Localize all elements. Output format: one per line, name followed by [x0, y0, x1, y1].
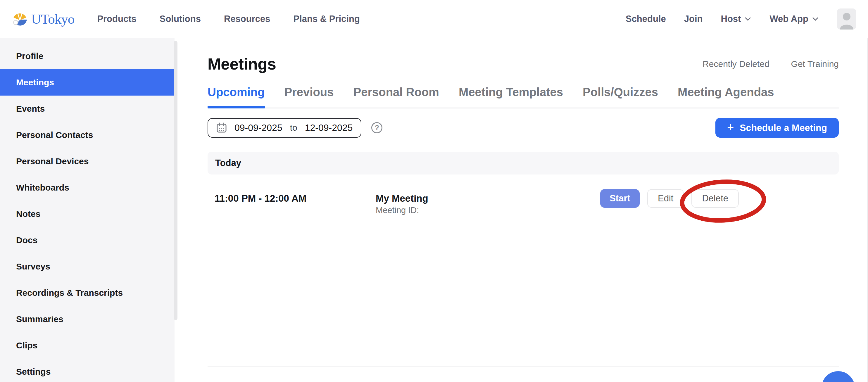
sidebar-item-personal-contacts[interactable]: Personal Contacts — [0, 122, 175, 148]
date-range-separator: to — [290, 123, 297, 133]
plus-icon: + — [727, 121, 734, 133]
today-section-header: Today — [208, 152, 839, 174]
meeting-row: 11:00 PM - 12:00 AM My Meeting Meeting I… — [208, 189, 839, 215]
tab-upcoming[interactable]: Upcoming — [208, 86, 265, 108]
app-body: Profile Meetings Events Personal Contact… — [0, 38, 868, 382]
primary-nav: Products Solutions Resources Plans & Pri… — [97, 14, 360, 24]
nav-webapp-menu[interactable]: Web App — [770, 14, 819, 24]
header-links: Recently Deleted Get Training — [703, 59, 839, 69]
utokyo-ginkgo-icon — [12, 12, 27, 26]
sidebar-item-recordings-transcripts[interactable]: Recordings & Transcripts — [0, 280, 175, 306]
list-controls: 09-09-2025 to 12-09-2025 ? + Schedule a … — [208, 118, 839, 138]
content-header: Meetings Recently Deleted Get Training — [208, 55, 839, 73]
schedule-meeting-label: Schedule a Meeting — [740, 123, 827, 133]
meeting-info: My Meeting Meeting ID: — [376, 189, 428, 215]
account-nav: Schedule Join Host Web App — [626, 8, 856, 30]
meeting-actions: Start Edit Delete — [600, 189, 739, 208]
nav-schedule[interactable]: Schedule — [626, 14, 666, 24]
calendar-icon — [216, 123, 227, 133]
help-icon[interactable]: ? — [371, 122, 382, 133]
meeting-title[interactable]: My Meeting — [376, 189, 428, 208]
delete-button[interactable]: Delete — [691, 189, 739, 208]
today-label: Today — [215, 158, 241, 168]
date-end-value[interactable]: 12-09-2025 — [305, 123, 353, 133]
schedule-meeting-button[interactable]: + Schedule a Meeting — [715, 118, 839, 138]
tab-meeting-agendas[interactable]: Meeting Agendas — [678, 86, 774, 108]
sidebar-item-surveys[interactable]: Surveys — [0, 253, 175, 280]
sidebar-item-settings[interactable]: Settings — [0, 359, 175, 382]
nav-resources[interactable]: Resources — [224, 14, 271, 24]
date-range-picker[interactable]: 09-09-2025 to 12-09-2025 — [208, 118, 361, 138]
sidebar-item-whiteboards[interactable]: Whiteboards — [0, 174, 175, 201]
utokyo-logo[interactable]: UTokyo — [12, 11, 74, 27]
nav-products[interactable]: Products — [97, 14, 136, 24]
sidebar: Profile Meetings Events Personal Contact… — [0, 38, 178, 382]
date-start-value[interactable]: 09-09-2025 — [235, 123, 282, 133]
sidebar-item-events[interactable]: Events — [0, 96, 175, 122]
tab-personal-room[interactable]: Personal Room — [353, 86, 439, 108]
profile-avatar[interactable] — [837, 8, 856, 30]
person-icon — [837, 8, 856, 30]
meetings-page: UTokyo Products Solutions Resources Plan… — [0, 0, 868, 382]
sidebar-item-notes[interactable]: Notes — [0, 201, 175, 227]
nav-join[interactable]: Join — [684, 14, 703, 24]
nav-host-label: Host — [721, 14, 741, 24]
nav-plans-pricing[interactable]: Plans & Pricing — [293, 14, 360, 24]
sidebar-item-profile[interactable]: Profile — [0, 43, 175, 69]
sidebar-item-summaries[interactable]: Summaries — [0, 306, 175, 332]
sidebar-item-docs[interactable]: Docs — [0, 227, 175, 253]
page-title: Meetings — [208, 55, 276, 73]
tab-meeting-templates[interactable]: Meeting Templates — [459, 86, 563, 108]
bottom-divider — [208, 367, 839, 367]
nav-host-menu[interactable]: Host — [721, 14, 752, 24]
meeting-time: 11:00 PM - 12:00 AM — [215, 189, 376, 208]
main-content: Meetings Recently Deleted Get Training U… — [178, 38, 868, 382]
get-training-link[interactable]: Get Training — [791, 59, 839, 69]
chevron-down-icon — [812, 17, 819, 21]
nav-solutions[interactable]: Solutions — [160, 14, 201, 24]
meetings-tabs: Upcoming Previous Personal Room Meeting … — [208, 86, 839, 108]
utokyo-wordmark: UTokyo — [31, 11, 74, 27]
nav-webapp-label: Web App — [770, 14, 808, 24]
chevron-down-icon — [744, 17, 751, 21]
recently-deleted-link[interactable]: Recently Deleted — [703, 59, 769, 69]
tab-polls-quizzes[interactable]: Polls/Quizzes — [583, 86, 658, 108]
sidebar-scrollbar[interactable] — [174, 41, 178, 320]
meeting-id-label: Meeting ID: — [376, 205, 428, 215]
top-navigation: UTokyo Products Solutions Resources Plan… — [0, 0, 868, 38]
sidebar-item-meetings[interactable]: Meetings — [0, 69, 175, 96]
sidebar-item-personal-devices[interactable]: Personal Devices — [0, 148, 175, 174]
start-button[interactable]: Start — [600, 189, 640, 208]
sidebar-item-clips[interactable]: Clips — [0, 332, 175, 359]
tab-previous[interactable]: Previous — [284, 86, 334, 108]
edit-button[interactable]: Edit — [647, 189, 684, 208]
